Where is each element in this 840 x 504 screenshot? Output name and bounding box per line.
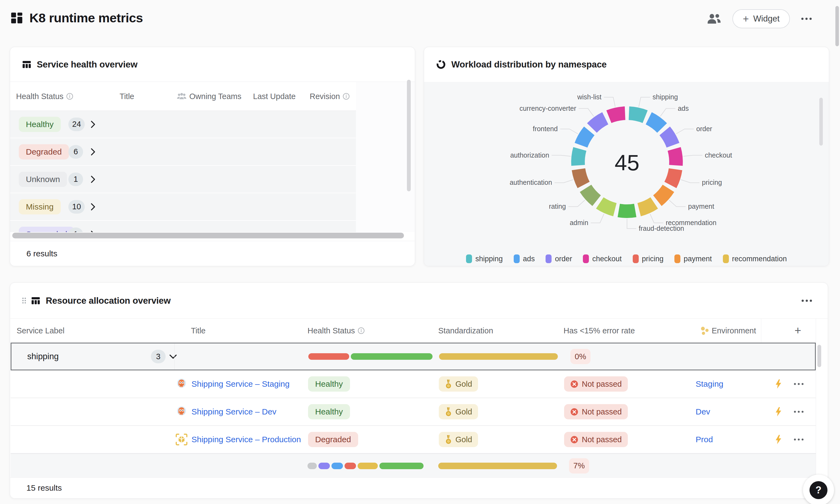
service-title-link[interactable]: Shipping Service – Dev bbox=[191, 407, 277, 416]
donut-segment-frontend[interactable] bbox=[581, 131, 589, 145]
legend-item-recommendation[interactable]: recommendation bbox=[723, 254, 787, 263]
col-service-label[interactable]: Service Label bbox=[17, 319, 65, 343]
page-more-options-button[interactable] bbox=[801, 18, 812, 20]
group-row-shipping[interactable]: shipping30% bbox=[11, 343, 816, 371]
expand-row-button[interactable] bbox=[91, 176, 95, 183]
standardization-label: Gold bbox=[455, 435, 472, 444]
environment-link[interactable]: Dev bbox=[696, 407, 710, 416]
donut-label-authorization: authorization bbox=[510, 151, 549, 159]
col-last-update[interactable]: Last Update bbox=[253, 82, 296, 111]
donut-segment-recommendation[interactable] bbox=[639, 203, 654, 210]
donut-segment-ads[interactable] bbox=[649, 119, 662, 128]
legend-label: ads bbox=[523, 255, 535, 263]
label-callout-line bbox=[669, 200, 686, 206]
row-more-options-button[interactable] bbox=[794, 439, 804, 440]
donut-segment-fraud-detection[interactable] bbox=[619, 210, 635, 211]
standardization-cell bbox=[438, 463, 557, 469]
donut-segment-authentication[interactable] bbox=[579, 169, 584, 185]
quick-action-cell[interactable] bbox=[775, 379, 782, 389]
service-title-link[interactable]: Shipping Service – Staging bbox=[191, 379, 290, 389]
workload-panel-scrollbar[interactable] bbox=[819, 98, 823, 146]
label-callout-line bbox=[650, 214, 664, 223]
health-table-vertical-scrollbar[interactable] bbox=[407, 80, 411, 191]
legend-item-ads[interactable]: ads bbox=[514, 254, 535, 263]
environment-link[interactable]: Staging bbox=[696, 379, 723, 389]
health-distribution-bar[interactable] bbox=[308, 463, 423, 469]
donut-segment-order[interactable] bbox=[665, 131, 673, 145]
health-table-horizontal-scrollbar[interactable] bbox=[12, 233, 404, 238]
quick-action-cell[interactable] bbox=[775, 435, 782, 445]
row-more-options-button[interactable] bbox=[794, 383, 804, 385]
info-icon[interactable] bbox=[66, 93, 73, 100]
page-scrollbar[interactable] bbox=[835, 6, 839, 46]
legend-label: order bbox=[555, 255, 572, 263]
x-circle-icon bbox=[570, 408, 579, 416]
health-status-cell: Healthy bbox=[308, 404, 350, 419]
col-health-status[interactable]: Health Status bbox=[308, 319, 365, 343]
legend-item-checkout[interactable]: checkout bbox=[583, 254, 622, 263]
legend-item-shipping[interactable]: shipping bbox=[466, 254, 503, 263]
share-users-icon[interactable] bbox=[707, 13, 721, 24]
bar-segment-suspended bbox=[318, 463, 330, 469]
chevron-down-icon[interactable] bbox=[170, 354, 177, 359]
quick-action-cell[interactable] bbox=[775, 407, 782, 417]
service-title-link[interactable]: Shipping Service – Production bbox=[191, 435, 301, 444]
standardization-bar[interactable] bbox=[438, 463, 557, 469]
row-more-options[interactable] bbox=[794, 383, 804, 385]
add-column-area bbox=[356, 82, 415, 232]
resource-table-vertical-scrollbar[interactable] bbox=[817, 345, 821, 367]
expand-row-button[interactable] bbox=[91, 148, 95, 156]
row-more-options[interactable] bbox=[794, 439, 804, 440]
health-status-row: Missing10 bbox=[10, 193, 356, 220]
lightning-bolt-icon[interactable] bbox=[775, 407, 782, 417]
donut-segment-wish-list[interactable] bbox=[609, 113, 625, 117]
row-more-options-button[interactable] bbox=[794, 411, 804, 413]
donut-segment-pricing[interactable] bbox=[670, 169, 676, 185]
col-owning-teams[interactable]: Owning Teams bbox=[177, 82, 241, 111]
status-count-cell: 1 bbox=[68, 228, 83, 232]
group-count-cell[interactable]: 3 bbox=[151, 350, 177, 363]
resource-more-options-button[interactable] bbox=[802, 300, 812, 302]
donut-segment-rating[interactable] bbox=[585, 188, 597, 201]
donut-segment-shipping[interactable] bbox=[629, 113, 645, 117]
group-row-partial[interactable]: 7% bbox=[11, 454, 816, 477]
legend-item-order[interactable]: order bbox=[546, 254, 572, 263]
lightning-bolt-icon[interactable] bbox=[775, 379, 782, 389]
donut-segment-checkout[interactable] bbox=[674, 149, 676, 165]
col-standardization[interactable]: Standardization bbox=[438, 319, 493, 343]
title-cell: Shipping Service – Staging bbox=[191, 379, 290, 389]
donut-segment-currency-converter[interactable] bbox=[592, 119, 605, 128]
drag-handle-icon[interactable] bbox=[22, 298, 26, 304]
workload-donut-chart[interactable]: shippingadsordercheckoutpricingpaymentre… bbox=[424, 82, 829, 248]
col-revision[interactable]: Revision bbox=[310, 82, 350, 111]
add-widget-button[interactable]: + Widget bbox=[732, 9, 790, 28]
service-label-cell: shipping bbox=[27, 352, 58, 361]
donut-label-shipping: shipping bbox=[653, 93, 678, 101]
expand-row-button[interactable] bbox=[91, 121, 95, 128]
donut-segment-admin[interactable] bbox=[600, 203, 615, 210]
standardization-bar[interactable] bbox=[439, 353, 558, 360]
workload-header: Workload distribution by namespace bbox=[424, 47, 829, 82]
col-error-rate[interactable]: Has <15% error rate bbox=[563, 319, 635, 343]
expand-row-button[interactable] bbox=[91, 231, 95, 232]
donut-segment-authorization[interactable] bbox=[578, 149, 580, 165]
col-title[interactable]: Title bbox=[191, 319, 206, 343]
col-title[interactable]: Title bbox=[120, 82, 134, 111]
legend-item-pricing[interactable]: pricing bbox=[633, 254, 664, 263]
lightning-bolt-icon[interactable] bbox=[775, 435, 782, 445]
legend-label: checkout bbox=[592, 255, 622, 263]
entity-icon-cell bbox=[175, 378, 188, 391]
info-icon[interactable] bbox=[357, 327, 365, 334]
entity-icon-cell bbox=[175, 433, 188, 446]
help-button[interactable]: ? bbox=[803, 474, 834, 504]
add-column-button[interactable]: + bbox=[794, 319, 801, 343]
environment-link[interactable]: Prod bbox=[696, 435, 713, 444]
donut-segment-payment[interactable] bbox=[658, 188, 669, 201]
info-icon[interactable] bbox=[343, 93, 350, 100]
row-more-options[interactable] bbox=[794, 411, 804, 413]
legend-item-payment[interactable]: payment bbox=[675, 254, 712, 263]
col-health-status[interactable]: Health Status bbox=[16, 82, 73, 111]
col-environment[interactable]: Environment bbox=[700, 319, 756, 343]
expand-row-button[interactable] bbox=[91, 203, 95, 210]
health-distribution-bar[interactable] bbox=[308, 353, 433, 360]
